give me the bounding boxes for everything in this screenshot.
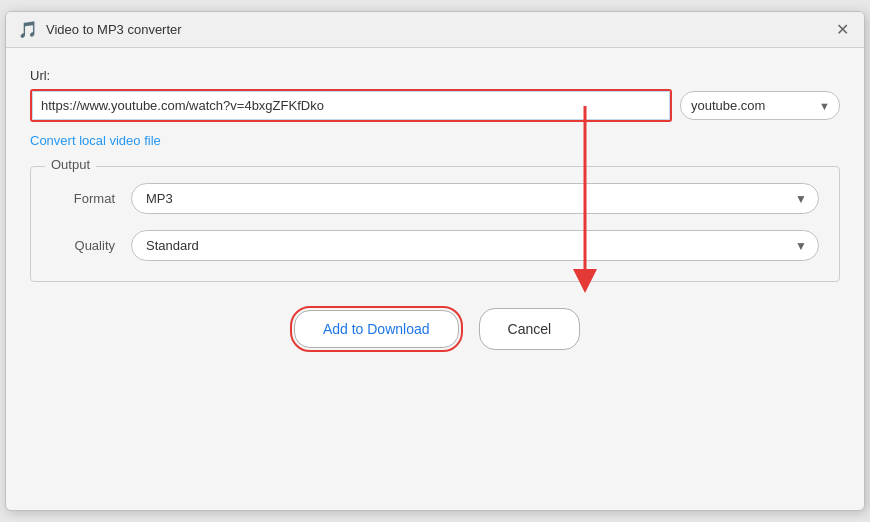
quality-row: Quality Standard High Low ▼: [51, 230, 819, 261]
output-legend: Output: [45, 157, 96, 172]
quality-dropdown-wrapper: Standard High Low ▼: [131, 230, 819, 261]
app-icon: 🎵: [18, 20, 38, 40]
add-to-download-button[interactable]: Add to Download: [294, 310, 459, 348]
convert-local-link[interactable]: Convert local video file: [30, 133, 161, 148]
site-select[interactable]: youtube.com vimeo.com soundcloud.com: [680, 91, 840, 120]
output-group: Output Format MP3 MP4 WAV AAC ▼ Quality: [30, 166, 840, 282]
button-row: Add to Download Cancel: [30, 306, 840, 362]
titlebar: 🎵 Video to MP3 converter ✕: [6, 12, 864, 48]
format-select[interactable]: MP3 MP4 WAV AAC: [131, 183, 819, 214]
dialog-content: Url: youtube.com vimeo.com soundcloud.co…: [6, 48, 864, 382]
url-label: Url:: [30, 68, 840, 83]
format-label: Format: [51, 191, 131, 206]
button-area: Add to Download Cancel: [30, 306, 840, 362]
add-download-wrapper: Add to Download: [290, 306, 463, 352]
url-input-wrapper: [30, 89, 672, 122]
app-title: Video to MP3 converter: [46, 22, 182, 37]
url-row: youtube.com vimeo.com soundcloud.com ▼: [30, 89, 840, 122]
url-input[interactable]: [32, 91, 670, 120]
site-select-wrapper: youtube.com vimeo.com soundcloud.com ▼: [680, 91, 840, 120]
close-button[interactable]: ✕: [832, 20, 852, 40]
cancel-button[interactable]: Cancel: [479, 308, 581, 350]
format-row: Format MP3 MP4 WAV AAC ▼: [51, 183, 819, 214]
titlebar-left: 🎵 Video to MP3 converter: [18, 20, 182, 40]
dialog-window: 🎵 Video to MP3 converter ✕ Url: youtube.…: [5, 11, 865, 511]
quality-select[interactable]: Standard High Low: [131, 230, 819, 261]
quality-label: Quality: [51, 238, 131, 253]
format-dropdown-wrapper: MP3 MP4 WAV AAC ▼: [131, 183, 819, 214]
